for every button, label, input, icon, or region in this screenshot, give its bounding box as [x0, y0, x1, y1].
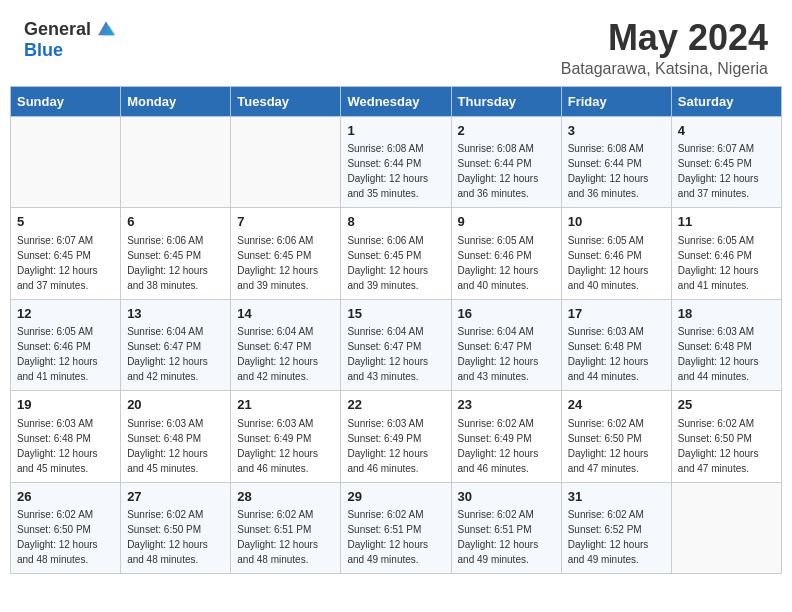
day-number: 12 [17, 305, 114, 323]
day-number: 20 [127, 396, 224, 414]
calendar-cell: 26Sunrise: 6:02 AM Sunset: 6:50 PM Dayli… [11, 482, 121, 574]
calendar-cell: 2Sunrise: 6:08 AM Sunset: 6:44 PM Daylig… [451, 116, 561, 208]
day-number: 29 [347, 488, 444, 506]
calendar-cell: 1Sunrise: 6:08 AM Sunset: 6:44 PM Daylig… [341, 116, 451, 208]
calendar-cell [231, 116, 341, 208]
day-number: 27 [127, 488, 224, 506]
calendar-wrap: SundayMondayTuesdayWednesdayThursdayFrid… [0, 86, 792, 585]
calendar-title: May 2024 [561, 18, 768, 58]
calendar-cell [121, 116, 231, 208]
day-number: 19 [17, 396, 114, 414]
day-detail: Sunrise: 6:08 AM Sunset: 6:44 PM Dayligh… [568, 143, 649, 199]
weekday-header-tuesday: Tuesday [231, 86, 341, 116]
day-detail: Sunrise: 6:06 AM Sunset: 6:45 PM Dayligh… [237, 235, 318, 291]
calendar-cell: 27Sunrise: 6:02 AM Sunset: 6:50 PM Dayli… [121, 482, 231, 574]
calendar-cell: 30Sunrise: 6:02 AM Sunset: 6:51 PM Dayli… [451, 482, 561, 574]
logo-icon [95, 18, 117, 40]
day-detail: Sunrise: 6:02 AM Sunset: 6:49 PM Dayligh… [458, 418, 539, 474]
day-number: 25 [678, 396, 775, 414]
calendar-cell: 10Sunrise: 6:05 AM Sunset: 6:46 PM Dayli… [561, 208, 671, 300]
day-detail: Sunrise: 6:08 AM Sunset: 6:44 PM Dayligh… [347, 143, 428, 199]
day-detail: Sunrise: 6:05 AM Sunset: 6:46 PM Dayligh… [458, 235, 539, 291]
calendar-cell: 15Sunrise: 6:04 AM Sunset: 6:47 PM Dayli… [341, 299, 451, 391]
day-detail: Sunrise: 6:04 AM Sunset: 6:47 PM Dayligh… [458, 326, 539, 382]
day-detail: Sunrise: 6:02 AM Sunset: 6:51 PM Dayligh… [347, 509, 428, 565]
calendar-week-2: 5Sunrise: 6:07 AM Sunset: 6:45 PM Daylig… [11, 208, 782, 300]
calendar-subtitle: Batagarawa, Katsina, Nigeria [561, 60, 768, 78]
day-number: 7 [237, 213, 334, 231]
day-number: 31 [568, 488, 665, 506]
day-detail: Sunrise: 6:02 AM Sunset: 6:51 PM Dayligh… [458, 509, 539, 565]
calendar-cell: 23Sunrise: 6:02 AM Sunset: 6:49 PM Dayli… [451, 391, 561, 483]
day-detail: Sunrise: 6:03 AM Sunset: 6:48 PM Dayligh… [127, 418, 208, 474]
day-number: 28 [237, 488, 334, 506]
weekday-header-sunday: Sunday [11, 86, 121, 116]
calendar-cell: 16Sunrise: 6:04 AM Sunset: 6:47 PM Dayli… [451, 299, 561, 391]
calendar-cell: 31Sunrise: 6:02 AM Sunset: 6:52 PM Dayli… [561, 482, 671, 574]
calendar-cell: 12Sunrise: 6:05 AM Sunset: 6:46 PM Dayli… [11, 299, 121, 391]
day-number: 22 [347, 396, 444, 414]
day-detail: Sunrise: 6:08 AM Sunset: 6:44 PM Dayligh… [458, 143, 539, 199]
day-detail: Sunrise: 6:03 AM Sunset: 6:48 PM Dayligh… [568, 326, 649, 382]
day-detail: Sunrise: 6:04 AM Sunset: 6:47 PM Dayligh… [347, 326, 428, 382]
day-number: 23 [458, 396, 555, 414]
day-number: 6 [127, 213, 224, 231]
day-number: 1 [347, 122, 444, 140]
day-detail: Sunrise: 6:03 AM Sunset: 6:48 PM Dayligh… [678, 326, 759, 382]
day-detail: Sunrise: 6:02 AM Sunset: 6:50 PM Dayligh… [17, 509, 98, 565]
logo-general-text: General [24, 19, 91, 40]
calendar-cell: 20Sunrise: 6:03 AM Sunset: 6:48 PM Dayli… [121, 391, 231, 483]
day-number: 2 [458, 122, 555, 140]
weekday-header-thursday: Thursday [451, 86, 561, 116]
weekday-header-friday: Friday [561, 86, 671, 116]
day-number: 10 [568, 213, 665, 231]
header: General Blue May 2024 Batagarawa, Katsin… [0, 0, 792, 86]
day-number: 18 [678, 305, 775, 323]
day-detail: Sunrise: 6:05 AM Sunset: 6:46 PM Dayligh… [678, 235, 759, 291]
calendar-cell: 17Sunrise: 6:03 AM Sunset: 6:48 PM Dayli… [561, 299, 671, 391]
calendar-cell [671, 482, 781, 574]
calendar-cell: 22Sunrise: 6:03 AM Sunset: 6:49 PM Dayli… [341, 391, 451, 483]
day-detail: Sunrise: 6:02 AM Sunset: 6:50 PM Dayligh… [678, 418, 759, 474]
weekday-header-monday: Monday [121, 86, 231, 116]
logo-blue-text: Blue [24, 40, 63, 61]
day-number: 21 [237, 396, 334, 414]
day-detail: Sunrise: 6:03 AM Sunset: 6:49 PM Dayligh… [237, 418, 318, 474]
calendar-week-3: 12Sunrise: 6:05 AM Sunset: 6:46 PM Dayli… [11, 299, 782, 391]
calendar-cell: 24Sunrise: 6:02 AM Sunset: 6:50 PM Dayli… [561, 391, 671, 483]
calendar-week-5: 26Sunrise: 6:02 AM Sunset: 6:50 PM Dayli… [11, 482, 782, 574]
day-number: 8 [347, 213, 444, 231]
logo: General Blue [24, 18, 117, 61]
day-number: 13 [127, 305, 224, 323]
day-number: 24 [568, 396, 665, 414]
calendar-cell: 6Sunrise: 6:06 AM Sunset: 6:45 PM Daylig… [121, 208, 231, 300]
day-detail: Sunrise: 6:03 AM Sunset: 6:49 PM Dayligh… [347, 418, 428, 474]
calendar-cell: 29Sunrise: 6:02 AM Sunset: 6:51 PM Dayli… [341, 482, 451, 574]
calendar-cell: 3Sunrise: 6:08 AM Sunset: 6:44 PM Daylig… [561, 116, 671, 208]
calendar-cell: 7Sunrise: 6:06 AM Sunset: 6:45 PM Daylig… [231, 208, 341, 300]
day-number: 3 [568, 122, 665, 140]
day-number: 11 [678, 213, 775, 231]
day-number: 14 [237, 305, 334, 323]
calendar-cell: 8Sunrise: 6:06 AM Sunset: 6:45 PM Daylig… [341, 208, 451, 300]
calendar-cell [11, 116, 121, 208]
day-detail: Sunrise: 6:05 AM Sunset: 6:46 PM Dayligh… [568, 235, 649, 291]
day-detail: Sunrise: 6:07 AM Sunset: 6:45 PM Dayligh… [678, 143, 759, 199]
page: General Blue May 2024 Batagarawa, Katsin… [0, 0, 792, 612]
day-number: 17 [568, 305, 665, 323]
day-detail: Sunrise: 6:05 AM Sunset: 6:46 PM Dayligh… [17, 326, 98, 382]
calendar-cell: 5Sunrise: 6:07 AM Sunset: 6:45 PM Daylig… [11, 208, 121, 300]
calendar-cell: 19Sunrise: 6:03 AM Sunset: 6:48 PM Dayli… [11, 391, 121, 483]
day-number: 26 [17, 488, 114, 506]
day-detail: Sunrise: 6:02 AM Sunset: 6:51 PM Dayligh… [237, 509, 318, 565]
day-detail: Sunrise: 6:04 AM Sunset: 6:47 PM Dayligh… [237, 326, 318, 382]
calendar-cell: 13Sunrise: 6:04 AM Sunset: 6:47 PM Dayli… [121, 299, 231, 391]
calendar-cell: 9Sunrise: 6:05 AM Sunset: 6:46 PM Daylig… [451, 208, 561, 300]
calendar-cell: 18Sunrise: 6:03 AM Sunset: 6:48 PM Dayli… [671, 299, 781, 391]
weekday-header-wednesday: Wednesday [341, 86, 451, 116]
weekday-header-saturday: Saturday [671, 86, 781, 116]
day-number: 16 [458, 305, 555, 323]
day-detail: Sunrise: 6:03 AM Sunset: 6:48 PM Dayligh… [17, 418, 98, 474]
day-detail: Sunrise: 6:02 AM Sunset: 6:50 PM Dayligh… [127, 509, 208, 565]
day-detail: Sunrise: 6:02 AM Sunset: 6:50 PM Dayligh… [568, 418, 649, 474]
